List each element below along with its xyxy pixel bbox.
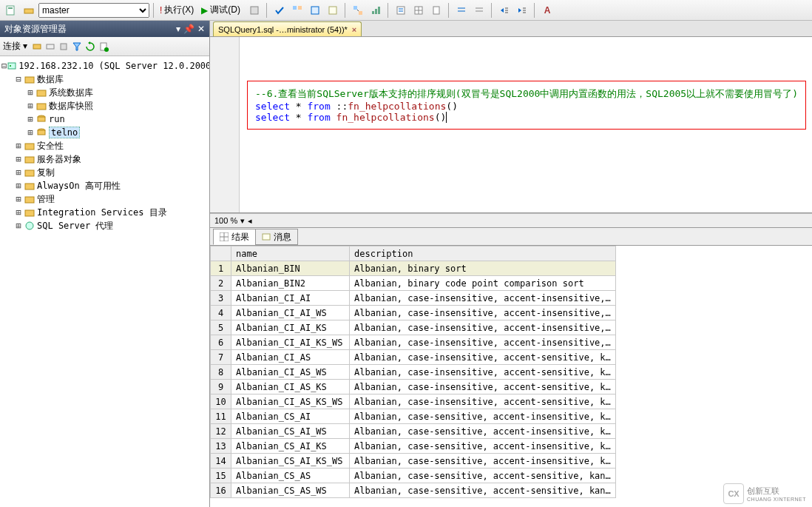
svg-rect-44 — [38, 130, 45, 135]
expand-icon[interactable]: ⊞ — [25, 127, 35, 138]
decrease-indent-icon[interactable] — [496, 2, 512, 19]
database-selector[interactable]: master — [38, 3, 149, 18]
include-stats-icon[interactable] — [368, 2, 384, 19]
svg-rect-39 — [37, 90, 46, 96]
uncomment-icon[interactable] — [471, 2, 487, 19]
scroll-left-icon[interactable]: ◂ — [248, 216, 252, 226]
table-row[interactable]: 14Albanian_CS_AI_KS_WSAlbanian, case-sen… — [211, 454, 616, 469]
line-gutter — [210, 37, 240, 212]
query-options-icon[interactable] — [307, 2, 323, 19]
svg-rect-6 — [311, 7, 319, 14]
zoom-level[interactable]: 100 % — [214, 216, 237, 225]
results-grid[interactable]: name description 1Albanian_BINAlbanian, … — [210, 246, 812, 507]
main-toolbar: master !执行(X) ▶调试(D) A — [0, 0, 812, 21]
table-row[interactable]: 1Albanian_BINAlbanian, binary sort — [211, 261, 616, 276]
code-editor[interactable]: --6.查看当前SQLServer版本支持的排序规则(双冒号是SQL2000中调… — [210, 37, 812, 213]
cell-name: Albanian_CI_AI_KS — [231, 320, 350, 335]
table-row[interactable]: 6Albanian_CI_AI_KS_WSAlbanian, case-inse… — [211, 335, 616, 350]
tree-snap[interactable]: 数据库快照 — [49, 100, 93, 113]
tab-results[interactable]: 结果 — [213, 229, 256, 245]
table-row[interactable]: 2Albanian_BIN2Albanian, binary code poin… — [211, 276, 616, 291]
cell-desc: Albanian, case-sensitive, accent-sensiti… — [350, 483, 616, 498]
close-icon[interactable]: × — [352, 25, 356, 34]
results-file-icon[interactable] — [428, 2, 444, 19]
filter-icon[interactable] — [72, 41, 82, 52]
col-name[interactable]: name — [231, 246, 350, 261]
tree-db-telno[interactable]: telno — [49, 127, 80, 138]
zoom-dropdown-icon[interactable]: ▾ — [240, 216, 245, 226]
table-row[interactable]: 7Albanian_CI_ASAlbanian, case-insensitiv… — [211, 350, 616, 365]
expand-icon[interactable]: ⊞ — [13, 154, 24, 164]
intellisense-icon[interactable] — [325, 2, 341, 19]
results-grid-icon[interactable] — [410, 2, 427, 19]
tree-intsvc[interactable]: Integration Services 目录 — [37, 207, 167, 219]
expand-icon[interactable]: ⊟ — [1, 61, 7, 71]
stop-icon[interactable] — [246, 2, 263, 19]
svg-rect-36 — [8, 63, 16, 69]
table-row[interactable]: 5Albanian_CI_AI_KSAlbanian, case-insensi… — [211, 320, 616, 335]
execute-button[interactable]: !执行(X) — [158, 2, 198, 19]
parse-icon[interactable] — [271, 2, 288, 19]
change-connection-icon[interactable] — [21, 2, 37, 19]
expand-icon[interactable]: ⊟ — [13, 74, 24, 84]
tree-server[interactable]: 192.168.232.10 (SQL Server 12.0.2000 - — [18, 61, 209, 71]
estimated-plan-icon[interactable] — [289, 2, 305, 19]
expand-icon[interactable]: ⊞ — [13, 207, 24, 218]
tree-db-run[interactable]: run — [49, 114, 65, 124]
svg-rect-0 — [7, 6, 14, 15]
increase-indent-icon[interactable] — [514, 2, 530, 19]
table-row[interactable]: 8Albanian_CI_AS_WSAlbanian, case-insensi… — [211, 365, 616, 380]
folder-icon — [24, 153, 35, 165]
col-description[interactable]: description — [350, 246, 616, 261]
results-text-icon[interactable] — [393, 2, 409, 19]
disconnect-icon[interactable] — [45, 41, 55, 52]
close-icon[interactable]: ✕ — [197, 24, 205, 34]
expand-icon[interactable]: ⊞ — [25, 87, 35, 98]
table-row[interactable]: 4Albanian_CI_AI_WSAlbanian, case-insensi… — [211, 306, 616, 320]
expand-icon[interactable]: ⊞ — [13, 221, 24, 231]
table-row[interactable]: 9Albanian_CI_AS_KSAlbanian, case-insensi… — [211, 380, 616, 394]
new-query-icon[interactable] — [3, 2, 19, 19]
tree-sysdb[interactable]: 系统数据库 — [49, 87, 93, 99]
cell-desc: Albanian, case-insensitive, accent-sensi… — [350, 365, 616, 380]
tree-manage[interactable]: 管理 — [37, 193, 55, 206]
agent-icon — [24, 220, 35, 232]
expand-icon[interactable]: ⊞ — [13, 141, 24, 151]
dropdown-icon[interactable]: ▾ — [176, 24, 180, 34]
include-plan-icon[interactable] — [350, 2, 366, 19]
table-row[interactable]: 15Albanian_CS_ASAlbanian, case-sensitive… — [211, 469, 616, 483]
tab-sqlquery1[interactable]: SQLQuery1.sql -…ministrator (54))* × — [213, 21, 362, 36]
tree-replication[interactable]: 复制 — [37, 167, 55, 179]
expand-icon[interactable]: ⊞ — [13, 181, 24, 191]
table-row[interactable]: 16Albanian_CS_AS_WSAlbanian, case-sensit… — [211, 483, 616, 498]
specify-values-icon[interactable]: A — [539, 2, 555, 19]
table-row[interactable]: 3Albanian_CI_AIAlbanian, case-insensitiv… — [211, 291, 616, 306]
row-number: 9 — [211, 380, 231, 394]
refresh-icon[interactable] — [85, 41, 95, 52]
table-row[interactable]: 10Albanian_CI_AS_KS_WSAlbanian, case-ins… — [211, 394, 616, 409]
expand-icon[interactable]: ⊞ — [25, 114, 35, 124]
tree-security[interactable]: 安全性 — [37, 140, 64, 152]
zoom-bar: 100 % ▾ ◂ — [210, 213, 812, 228]
tree-databases[interactable]: 数据库 — [37, 73, 64, 86]
folder-icon — [24, 140, 35, 152]
connect-button[interactable]: 连接 ▾ — [3, 40, 27, 53]
tree-alwayson[interactable]: AlwaysOn 高可用性 — [37, 180, 121, 192]
table-row[interactable]: 12Albanian_CS_AI_WSAlbanian, case-sensit… — [211, 424, 616, 439]
tab-messages[interactable]: 消息 — [255, 229, 298, 245]
table-row[interactable]: 13Albanian_CS_AI_KSAlbanian, case-sensit… — [211, 439, 616, 454]
row-number: 3 — [211, 291, 231, 306]
object-tree[interactable]: ⊟192.168.232.10 (SQL Server 12.0.2000 - … — [0, 56, 209, 507]
debug-button[interactable]: ▶调试(D) — [200, 2, 245, 19]
expand-icon[interactable]: ⊞ — [25, 101, 35, 111]
stop-conn-icon[interactable] — [58, 41, 69, 52]
pin-icon[interactable]: 📌 — [183, 24, 194, 34]
expand-icon[interactable]: ⊞ — [13, 194, 24, 204]
tree-agent[interactable]: SQL Server 代理 — [37, 220, 113, 232]
comment-icon[interactable] — [453, 2, 470, 19]
table-row[interactable]: 11Albanian_CS_AIAlbanian, case-sensitive… — [211, 409, 616, 424]
tree-serverobj[interactable]: 服务器对象 — [37, 153, 81, 166]
expand-icon[interactable]: ⊞ — [13, 167, 24, 178]
report-icon[interactable] — [98, 41, 109, 52]
connect-server-icon[interactable] — [32, 41, 42, 52]
